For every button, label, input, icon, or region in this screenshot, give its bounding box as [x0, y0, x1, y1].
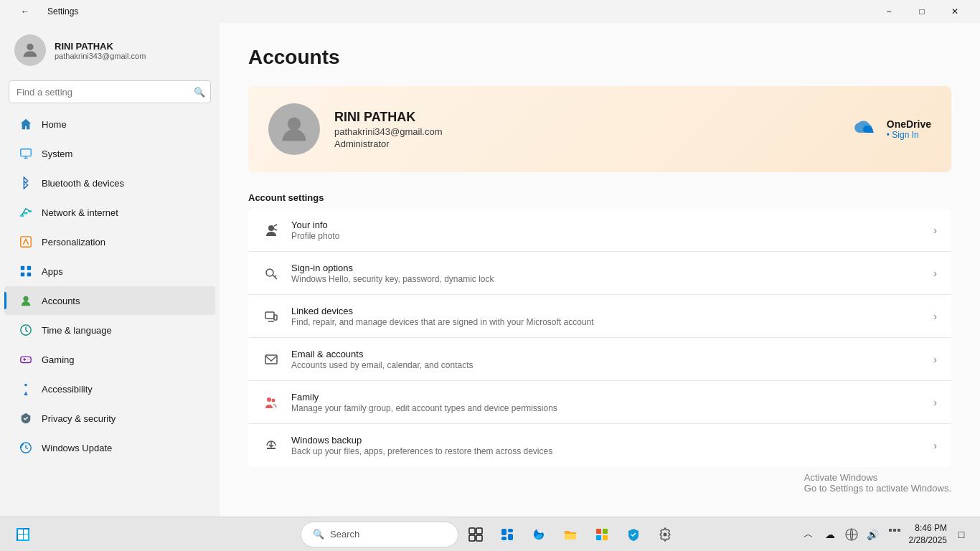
settings-taskbar-button[interactable] [651, 520, 679, 549]
svg-point-20 [267, 397, 271, 402]
sidebar-item-label: System [42, 149, 72, 159]
svg-point-12 [288, 118, 301, 131]
svg-rect-28 [501, 537, 507, 540]
power-icon[interactable] [885, 524, 905, 545]
family-icon [263, 394, 280, 411]
svg-rect-22 [469, 528, 475, 534]
svg-rect-26 [501, 529, 507, 535]
store-button[interactable] [588, 520, 616, 549]
settings-item-family[interactable]: Family Manage your family group, edit ac… [248, 381, 951, 424]
sidebar-item-time[interactable]: Time & language [4, 316, 215, 344]
start-button[interactable] [9, 520, 37, 549]
sidebar-item-label: Apps [42, 266, 63, 277]
minimize-button[interactable]: − [872, 0, 905, 23]
sidebar-profile: RINI PATHAK pathakrini343@gmail.com [0, 23, 220, 77]
sidebar-item-accessibility[interactable]: Accessibility [4, 375, 215, 403]
svg-rect-37 [893, 529, 896, 532]
settings-item-sign-in[interactable]: Sign-in options Windows Hello, security … [248, 252, 951, 295]
settings-item-text-sign-in: Sign-in options Windows Hello, security … [291, 263, 922, 284]
profile-card-email: pathakrini343@gmail.com [334, 126, 443, 137]
back-button[interactable]: ← [9, 0, 42, 23]
sidebar-item-label: Home [42, 119, 67, 130]
search-icon: 🔍 [194, 87, 205, 98]
privacy-icon [19, 411, 33, 425]
settings-item-your-info[interactable]: Your info Profile photo › [248, 209, 951, 252]
notification-button[interactable]: □ [951, 524, 971, 545]
svg-rect-19 [265, 355, 277, 364]
svg-rect-33 [603, 535, 608, 540]
taskbar-left [9, 520, 37, 549]
search-box[interactable]: 🔍 [9, 80, 211, 103]
sidebar-item-system[interactable]: System [4, 139, 215, 168]
clock-date: 2/28/2025 [909, 534, 947, 547]
settings-item-desc-sign-in: Windows Hello, security key, password, d… [291, 274, 922, 284]
sidebar-item-network[interactable]: Network & internet [4, 198, 215, 227]
sidebar-item-label: Privacy & security [42, 413, 116, 424]
sidebar-item-label: Windows Update [42, 443, 112, 453]
svg-rect-5 [21, 273, 24, 276]
accounts-icon [19, 293, 33, 308]
svg-rect-24 [469, 535, 475, 541]
settings-item-label-email-accounts: Email & accounts [291, 349, 922, 359]
avatar [14, 34, 46, 66]
sidebar-item-home[interactable]: Home [4, 110, 215, 138]
taskview-button[interactable] [461, 520, 490, 549]
settings-item-label-linked-devices: Linked devices [291, 306, 922, 316]
title-bar-title: Settings [47, 6, 78, 17]
chevron-right-icon: › [933, 311, 937, 322]
volume-icon[interactable]: 🔊 [863, 524, 883, 545]
sidebar-nav: Home System Bluetooth & devices Network … [0, 109, 220, 463]
chevron-up-icon[interactable]: ︿ [798, 524, 819, 545]
windows-icon [17, 528, 29, 541]
svg-point-10 [24, 384, 27, 387]
sidebar-item-apps[interactable]: Apps [4, 257, 215, 286]
widgets-button[interactable] [493, 520, 522, 549]
search-input[interactable] [9, 80, 211, 103]
svg-rect-32 [596, 535, 601, 540]
time-display[interactable]: 8:46 PM 2/28/2025 [909, 522, 947, 547]
settings-item-windows-backup[interactable]: Windows backup Back up your files, apps,… [248, 424, 951, 467]
sidebar-profile-name: RINI PATHAK [55, 41, 146, 52]
svg-rect-30 [596, 529, 601, 534]
onedrive-icon [854, 118, 880, 141]
settings-item-text-your-info: Your info Profile photo [291, 220, 922, 241]
sidebar-item-accounts[interactable]: Accounts [4, 286, 215, 315]
sidebar-item-gaming[interactable]: Gaming [4, 345, 215, 374]
sidebar-item-personalization[interactable]: Personalization [4, 227, 215, 256]
profile-card-name: RINI PATHAK [334, 110, 443, 125]
settings-item-text-windows-backup: Windows backup Back up your files, apps,… [291, 435, 922, 456]
defender-button[interactable] [619, 520, 648, 549]
profile-card: RINI PATHAK pathakrini343@gmail.com Admi… [248, 86, 951, 172]
sidebar-item-privacy[interactable]: Privacy & security [4, 404, 215, 433]
settings-list: Your info Profile photo › Sign-in option… [248, 209, 951, 467]
maximize-button[interactable]: □ [905, 0, 938, 23]
sidebar-item-update[interactable]: Windows Update [4, 433, 215, 462]
settings-item-linked-devices[interactable]: Linked devices Find, repair, and manage … [248, 295, 951, 338]
onedrive-sign-in-link[interactable]: • Sign In [887, 130, 931, 140]
explorer-button[interactable] [556, 520, 585, 549]
settings-item-desc-family: Manage your family group, edit account t… [291, 403, 922, 413]
sidebar-item-bluetooth[interactable]: Bluetooth & devices [4, 169, 215, 197]
time-icon [19, 323, 33, 337]
clock-time: 8:46 PM [909, 522, 947, 534]
gaming-icon [19, 352, 33, 367]
settings-item-label-your-info: Your info [291, 220, 922, 230]
page-title: Accounts [248, 46, 951, 69]
svg-rect-29 [508, 534, 513, 540]
cloud-icon[interactable]: ☁ [820, 524, 840, 545]
sidebar-item-label: Accessibility [42, 384, 93, 395]
edge-button[interactable] [524, 520, 553, 549]
settings-item-text-email-accounts: Email & accounts Accounts used by email,… [291, 349, 922, 370]
sidebar-item-label: Accounts [42, 296, 80, 306]
settings-item-email-accounts[interactable]: Email & accounts Accounts used by email,… [248, 338, 951, 381]
home-icon [19, 117, 33, 131]
personalization-icon [19, 235, 33, 249]
close-button[interactable]: ✕ [938, 0, 971, 23]
sidebar-item-label: Time & language [42, 325, 112, 336]
update-icon [19, 441, 33, 455]
settings-item-desc-your-info: Profile photo [291, 231, 922, 241]
taskbar-search[interactable]: 🔍 Search [301, 522, 458, 547]
settings-item-desc-windows-backup: Back up your files, apps, preferences to… [291, 446, 922, 456]
sidebar-item-label: Gaming [42, 354, 75, 365]
language-icon[interactable] [842, 524, 862, 545]
